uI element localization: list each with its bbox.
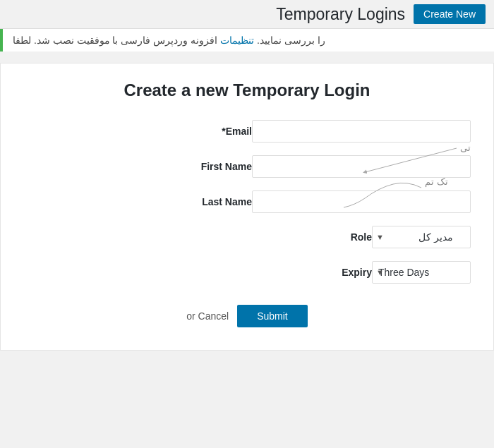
expiry-label: Expiry	[301, 267, 372, 278]
notice-text-after: را بررسی نمایید.	[257, 35, 325, 46]
last-name-label: Last Name	[181, 196, 252, 207]
page-header: Temporary Logins Create New	[0, 0, 494, 29]
main-content: Create a new Temporary Login *Email Firs…	[0, 63, 494, 351]
form-footer: or Cancel Submit	[23, 305, 471, 327]
first-name-row: First Name تی	[23, 155, 471, 178]
first-name-label: First Name	[181, 161, 252, 172]
role-label: Role	[301, 231, 372, 243]
form-title: Create a new Temporary Login	[23, 80, 471, 100]
role-select-wrapper: مدیر کل ویراستار نویسنده مشترک ▼	[372, 226, 471, 248]
expiry-select[interactable]: One Hour One Day Two Days Three Days One…	[372, 261, 471, 284]
role-select[interactable]: مدیر کل ویراستار نویسنده مشترک	[372, 226, 471, 248]
last-name-row: Last Name تک تم	[23, 190, 471, 213]
role-row: Role مدیر کل ویراستار نویسنده مشترک ▼	[23, 226, 471, 248]
notice-bar: را بررسی نمایید. تنظیمات افزونه وردپرس ف…	[0, 29, 494, 52]
last-name-input[interactable]	[252, 190, 471, 213]
expiry-select-wrapper: One Hour One Day Two Days Three Days One…	[372, 261, 471, 284]
email-row: *Email	[23, 120, 471, 143]
expiry-row: Expiry One Hour One Day Two Days Three D…	[23, 261, 471, 284]
email-label: *Email	[181, 126, 252, 137]
email-input[interactable]	[252, 120, 471, 143]
svg-text:تی: تی	[460, 143, 471, 153]
notice-settings-link[interactable]: تنظیمات	[220, 35, 254, 46]
first-name-wrapper: تی	[252, 155, 471, 178]
first-name-input[interactable]	[252, 155, 471, 178]
notice-text-before: افزونه وردپرس فارسی با موفقیت نصب شد. لط…	[13, 35, 217, 46]
cancel-link[interactable]: or Cancel	[186, 310, 229, 322]
last-name-wrapper: تک تم	[252, 190, 471, 213]
submit-button[interactable]: Submit	[237, 305, 308, 327]
svg-text:تک تم: تک تم	[425, 176, 448, 188]
page-title: Temporary Logins	[276, 5, 405, 24]
create-new-button[interactable]: Create New	[414, 4, 486, 24]
